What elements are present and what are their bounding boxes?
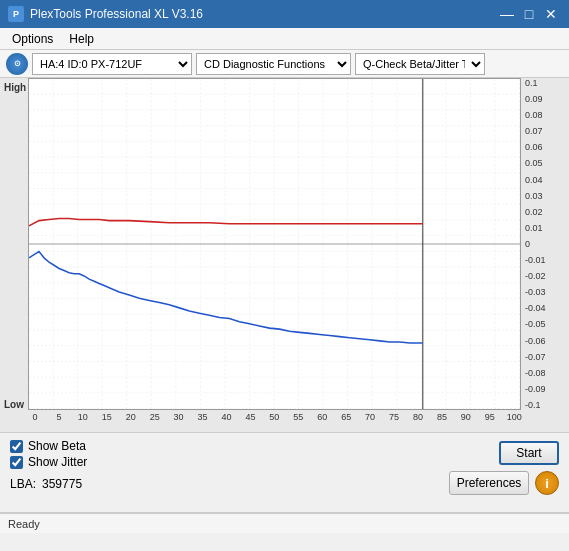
- x-label-1: 5: [52, 412, 66, 422]
- function-select[interactable]: CD Diagnostic Functions: [196, 53, 351, 75]
- y-label-15: -0.05: [525, 319, 567, 329]
- title-bar-controls: — □ ✕: [497, 4, 561, 24]
- x-label-16: 80: [411, 412, 425, 422]
- y-label-11: -0.01: [525, 255, 567, 265]
- x-label-3: 15: [100, 412, 114, 422]
- chart-label-high: High: [4, 82, 26, 93]
- y-label-17: -0.07: [525, 352, 567, 362]
- bottom-panel: Show Beta Show Jitter LBA: 359775 Start …: [0, 433, 569, 513]
- title-bar-left: P PlexTools Professional XL V3.16: [8, 6, 203, 22]
- x-label-6: 30: [172, 412, 186, 422]
- device-select[interactable]: HA:4 ID:0 PX-712UF: [32, 53, 192, 75]
- show-jitter-checkbox[interactable]: [10, 456, 23, 469]
- close-button[interactable]: ✕: [541, 4, 561, 24]
- x-label-2: 10: [76, 412, 90, 422]
- show-jitter-label: Show Jitter: [28, 455, 87, 469]
- x-label-8: 40: [220, 412, 234, 422]
- chart-graph: [28, 78, 521, 410]
- y-label-7: 0.03: [525, 191, 567, 201]
- x-label-4: 20: [124, 412, 138, 422]
- x-label-18: 90: [459, 412, 473, 422]
- minimize-button[interactable]: —: [497, 4, 517, 24]
- lba-value: 359775: [42, 477, 82, 491]
- x-label-12: 60: [315, 412, 329, 422]
- y-label-1: 0.09: [525, 94, 567, 104]
- chart-label-low: Low: [4, 399, 24, 410]
- x-label-19: 95: [483, 412, 497, 422]
- window-title: PlexTools Professional XL V3.16: [30, 7, 203, 21]
- checkboxes-area: Show Beta Show Jitter: [10, 439, 120, 469]
- x-label-9: 45: [243, 412, 257, 422]
- y-label-5: 0.05: [525, 158, 567, 168]
- x-label-7: 35: [196, 412, 210, 422]
- show-beta-row: Show Beta: [10, 439, 120, 453]
- y-label-2: 0.08: [525, 110, 567, 120]
- y-label-12: -0.02: [525, 271, 567, 281]
- y-label-14: -0.04: [525, 303, 567, 313]
- test-select[interactable]: Q-Check Beta/Jitter Test: [355, 53, 485, 75]
- y-label-4: 0.06: [525, 142, 567, 152]
- chart-container: High Low: [0, 78, 569, 433]
- toolbar: ⊙ HA:4 ID:0 PX-712UF CD Diagnostic Funct…: [0, 50, 569, 78]
- info-button[interactable]: i: [535, 471, 559, 495]
- y-axis-labels: 0.1 0.09 0.08 0.07 0.06 0.05 0.04 0.03 0…: [523, 78, 569, 410]
- lba-label: LBA:: [10, 477, 36, 491]
- x-label-11: 55: [291, 412, 305, 422]
- x-label-15: 75: [387, 412, 401, 422]
- x-axis-labels: 0 5 10 15 20 25 30 35 40 45 50 55 60 65 …: [28, 410, 521, 432]
- x-label-0: 0: [28, 412, 42, 422]
- preferences-button[interactable]: Preferences: [449, 471, 529, 495]
- y-label-10: 0: [525, 239, 567, 249]
- y-label-13: -0.03: [525, 287, 567, 297]
- y-label-18: -0.08: [525, 368, 567, 378]
- y-label-16: -0.06: [525, 336, 567, 346]
- menu-help[interactable]: Help: [61, 30, 102, 48]
- x-label-14: 70: [363, 412, 377, 422]
- x-label-5: 25: [148, 412, 162, 422]
- y-label-3: 0.07: [525, 126, 567, 136]
- show-beta-checkbox[interactable]: [10, 440, 23, 453]
- y-label-8: 0.02: [525, 207, 567, 217]
- status-text: Ready: [8, 518, 40, 530]
- y-label-6: 0.04: [525, 175, 567, 185]
- chart-svg: [29, 79, 520, 409]
- show-jitter-row: Show Jitter: [10, 455, 120, 469]
- y-label-20: -0.1: [525, 400, 567, 410]
- y-label-0: 0.1: [525, 78, 567, 88]
- app-icon: P: [8, 6, 24, 22]
- device-icon: ⊙: [6, 53, 28, 75]
- menu-bar: Options Help: [0, 28, 569, 50]
- start-button[interactable]: Start: [499, 441, 559, 465]
- show-beta-label: Show Beta: [28, 439, 86, 453]
- bottom-buttons-row: Preferences i: [449, 471, 559, 495]
- x-label-13: 65: [339, 412, 353, 422]
- lba-area: LBA: 359775: [10, 477, 120, 491]
- x-label-20: 100: [507, 412, 521, 422]
- title-bar: P PlexTools Professional XL V3.16 — □ ✕: [0, 0, 569, 28]
- menu-options[interactable]: Options: [4, 30, 61, 48]
- y-label-19: -0.09: [525, 384, 567, 394]
- x-label-10: 50: [267, 412, 281, 422]
- y-label-9: 0.01: [525, 223, 567, 233]
- buttons-area: Start Preferences i: [449, 439, 559, 495]
- status-bar: Ready: [0, 513, 569, 533]
- x-label-17: 85: [435, 412, 449, 422]
- maximize-button[interactable]: □: [519, 4, 539, 24]
